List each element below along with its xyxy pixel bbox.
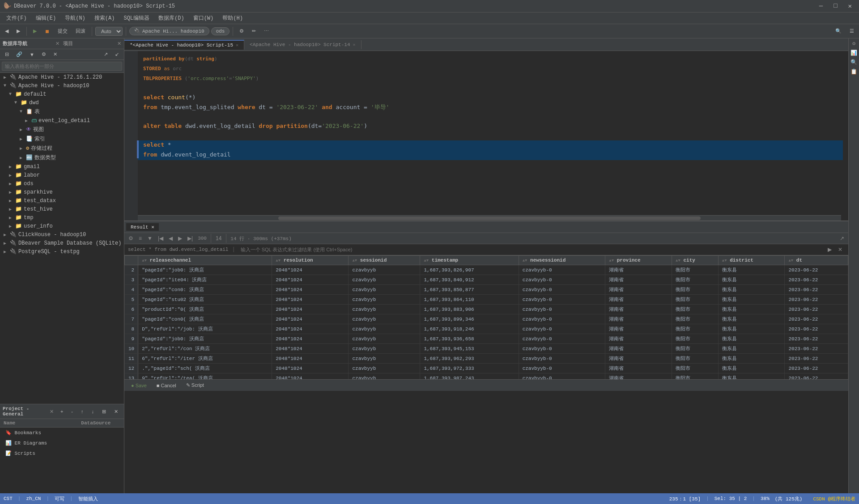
nav-settings[interactable]: ⚙ [38,50,49,59]
result-last-btn[interactable]: ▶| [185,234,195,242]
editor-hscrollbar[interactable] [138,215,841,220]
col-province[interactable]: ▲▼ province [605,256,672,265]
rollback-button[interactable]: 回滚 [72,26,89,36]
result-copy-btn[interactable]: ≡ [136,234,144,242]
col-newsessionid[interactable]: ▲▼ newsessionid [519,256,605,265]
result-14-btn[interactable]: 14 [213,234,224,242]
menu-sql-editor[interactable]: SQL编辑器 [119,13,154,23]
project-minus[interactable]: - [68,407,76,416]
result-table-wrapper[interactable]: ▲▼ releasechannel ▲▼ resolution ▲▼ sessi… [124,255,848,379]
table-row[interactable]: 6"productId":"0( 沃商店2048*1024czavbyyb1,6… [125,305,848,314]
table-row[interactable]: 8D","refUrl":"/job: 沃商店2048*1024czavbyyb… [125,324,848,334]
col-city[interactable]: ▲▼ city [672,256,719,265]
table-row[interactable]: 2"pageId":"job0: 沃商店2048*1024czavbyyb1,6… [125,265,848,275]
right-icon-4[interactable]: 📋 [850,68,857,75]
project-close2[interactable]: ✕ [111,407,121,416]
table-row[interactable]: 7"pageId":"con0( 沃商店2048*1024czavbyyb1,6… [125,314,848,324]
result-expand-btn[interactable]: ↗ [838,234,846,242]
project-add[interactable]: + [57,407,66,416]
nav-filter[interactable]: ▼ [26,51,38,59]
table-row[interactable]: 12.","pageId":"sch( 沃商店2048*1024czavbyyb… [125,364,848,373]
tree-item-views[interactable]: ▶ 👁 视图 [0,125,124,134]
connection-indicator[interactable]: 🔌 Apache Hi... hadoop10 [129,27,209,35]
result-prev-btn[interactable]: ◀ [166,234,175,242]
col-timestamp[interactable]: ▲▼ timestamp [420,256,519,265]
right-icon-2[interactable]: 📊 [850,50,857,56]
settings-button[interactable]: ⚙ [236,27,247,35]
tree-item-test-hive[interactable]: ▶ 📁 test_hive [0,205,124,213]
menu-database[interactable]: 数据库(D) [154,13,189,23]
tree-item-user-info[interactable]: ▶ 📁 user_info [0,222,124,230]
tab-script15[interactable]: *<Apache Hive - hadoop10> Script-15 ✕ [124,40,244,50]
table-row[interactable]: 102","refUrl":"/con 沃商店2048*1024czavbyyb… [125,344,848,354]
right-icon-3[interactable]: 🔍 [850,59,857,66]
tree-item-default[interactable]: ▼ 📁 default [0,90,124,98]
col-district[interactable]: ▲▼ district [718,256,785,265]
tree-item-event-log-detail[interactable]: ▶ 🗃 event_log_detail [0,116,124,125]
tree-item-ods[interactable]: ▶ 📁 ods [0,179,124,188]
tree-item-dwd[interactable]: ▼ 📁 dwd [0,98,124,107]
forward-button[interactable]: ▶ [13,27,23,35]
table-row[interactable]: 139","refUrl":"/tea( 沃商店2048*1024czavbyy… [125,373,848,380]
save-status-btn[interactable]: ● Save [128,381,150,390]
project-tab-close[interactable]: ✕ [117,41,121,47]
tree-item-clickhouse[interactable]: ▶ 🔌 ClickHouse - hadoop10 [0,230,124,239]
nav-link[interactable]: 🔗 [13,50,26,59]
project-item-scripts[interactable]: 📝 Scripts [0,448,77,458]
table-row[interactable]: 4"pageId":"con0: 沃商店2048*1024czavbyyb1,6… [125,285,848,295]
tab-script14[interactable]: <Apache Hive - hadoop10> Script-14 ✕ [244,40,361,49]
nav-collapse-all[interactable]: ⊟ [2,50,12,59]
search-button[interactable]: 🔍 [832,27,845,35]
tree-item-postgresql[interactable]: ▶ 🔌 PostgreSQL - testpg [0,247,124,256]
menu-window[interactable]: 窗口(W) [189,13,218,23]
back-button[interactable]: ◀ [2,27,12,35]
stop-button[interactable]: ⏹ [42,27,53,35]
result-tab-label[interactable]: Result ✕ [126,223,159,231]
project-item-er-diagrams[interactable]: 📊 ER Diagrams [0,438,77,448]
table-row[interactable]: 116","refUrl":"/iter 沃商店2048*1024czavbyy… [125,354,848,364]
tree-item-sparkhive[interactable]: ▶ 📁 sparkhive [0,188,124,196]
filter-clear-btn[interactable]: ✕ [836,246,845,254]
submit-button[interactable]: 提交 [55,26,71,36]
result-next-btn[interactable]: ▶ [176,234,184,242]
filter-apply-btn[interactable]: ▶ [825,246,834,254]
table-row[interactable]: 5"pageId":"stu02 沃商店2048*1024czavbyyb1,6… [125,295,848,305]
table-row[interactable]: 9"pageId":"job0: 沃商店2048*1024czavbyyb1,6… [125,334,848,344]
tree-item-procs[interactable]: ▶ ⚙ 存储过程 [0,144,124,153]
project-close[interactable]: ✕ [50,409,54,415]
nav-expand[interactable]: ↗ [101,50,111,59]
project-up[interactable]: ↑ [78,407,87,416]
result-first-btn[interactable]: |◀ [156,234,166,242]
col-sessionid[interactable]: ▲▼ sessionid [349,256,420,265]
menu-search[interactable]: 搜索(A) [90,13,119,23]
maximize-button[interactable]: □ [830,1,841,11]
nav-tab-close[interactable]: ✕ [55,41,60,47]
menu-edit[interactable]: 编辑(E) [31,13,61,23]
tree-item-dbeaver-sample[interactable]: ▶ 🔌 DBeaver Sample Database (SQLite) [0,239,124,247]
result-settings-btn[interactable]: ⚙ [126,234,136,242]
close-button[interactable]: ✕ [845,1,855,11]
tree-item-hive-hadoop10[interactable]: ▼ 🔌 Apache Hive - hadoop10 [0,81,124,90]
col-releasechannel[interactable]: ▲▼ releasechannel [138,256,272,265]
project-expand-all[interactable]: ⊞ [99,407,109,416]
col-dt[interactable]: ▲▼ dt [785,256,848,265]
table-row[interactable]: 3"pageId":"ite04: 沃商店2048*1024czavbyyb1,… [125,275,848,285]
code-content[interactable]: partitioned by(dt string) STORED as orc … [138,51,848,173]
tree-item-test-datax[interactable]: ▶ 📁 test_datax [0,196,124,205]
project-tab-label[interactable]: 项目 [63,40,116,47]
tree-item-gmail[interactable]: ▶ 📁 gmail [0,162,124,171]
right-icon-1[interactable]: ⚙ [852,40,855,47]
tab14-close[interactable]: ✕ [353,42,356,47]
menu-help[interactable]: 帮助(H) [218,13,247,23]
run-button[interactable]: ▶ [30,27,40,35]
script-status-btn[interactable]: ✎ Script [183,381,207,390]
auto-mode-select[interactable]: Auto [95,27,123,36]
database-indicator[interactable]: ods [211,27,230,35]
tree-item-tmp[interactable]: ▶ 📁 tmp [0,213,124,222]
project-down[interactable]: ↓ [89,407,98,416]
result-filter-input[interactable] [239,246,824,253]
tree-item-tables[interactable]: ▼ 📋 表 [0,107,124,116]
editor-hscroll-thumb[interactable] [278,216,700,220]
nav-shrink[interactable]: ↙ [112,50,122,59]
tree-item-indexes[interactable]: ▶ 📑 索引 [0,134,124,144]
